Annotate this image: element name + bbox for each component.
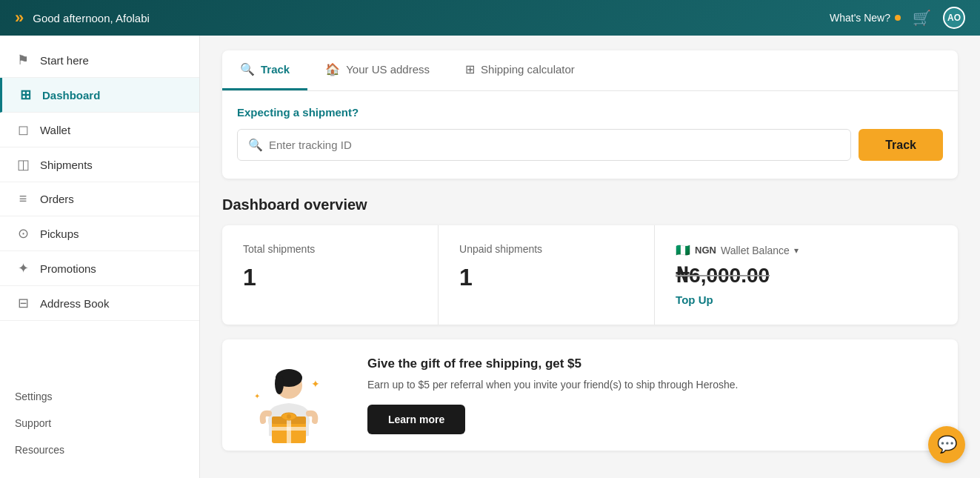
overview-grid: Total shipments 1 Unpaid shipments 1 🇳🇬 … (222, 225, 958, 325)
total-shipments-value: 1 (243, 264, 417, 291)
track-input-row: 🔍 Track (237, 129, 943, 161)
referral-content: Give the gift of free shipping, get $5 E… (356, 342, 958, 449)
sidebar-item-settings[interactable]: Settings (0, 383, 199, 410)
svg-point-9 (287, 414, 291, 419)
sidebar-item-wallet[interactable]: ◻ Wallet (0, 113, 199, 147)
tab-track[interactable]: 🔍 Track (222, 50, 307, 90)
address-book-icon: ⊟ (15, 295, 31, 311)
notification-dot (895, 15, 901, 21)
wallet-chevron-down-icon[interactable]: ▾ (794, 245, 799, 256)
sidebar-footer: Settings Support Resources (0, 376, 199, 471)
shipments-icon: ◫ (15, 156, 31, 173)
chat-icon: 💬 (937, 435, 957, 454)
navbar-greeting: Good afternoon, Afolabi (33, 12, 150, 24)
grid-icon: ⊞ (17, 87, 33, 103)
tab-your-us-address[interactable]: 🏠 Your US address (307, 50, 447, 90)
navbar-left: » Good afternoon, Afolabi (15, 8, 150, 27)
home-icon: 🏠 (325, 62, 340, 76)
sidebar-item-resources[interactable]: Resources (0, 436, 199, 463)
track-card: 🔍 Track 🏠 Your US address ⊞ Shipping cal… (222, 50, 958, 179)
tracking-input[interactable] (269, 130, 840, 160)
svg-point-3 (275, 374, 284, 394)
flag-icon: ⚑ (15, 52, 31, 68)
navbar-right: What's New? 🛒 AO (830, 7, 965, 29)
wallet-balance-value: ₦6,000.00 (676, 263, 937, 288)
unpaid-shipments-cell: Unpaid shipments 1 (439, 225, 655, 325)
wallet-header: 🇳🇬 NGN Wallet Balance ▾ (676, 243, 937, 257)
wallet-balance-label: Wallet Balance (721, 245, 790, 256)
referral-illustration: ✦ ✦ (222, 339, 356, 451)
sidebar-item-start-here[interactable]: ⚑ Start here (0, 43, 199, 78)
sidebar-item-label: Dashboard (42, 89, 100, 102)
sidebar-item-promotions[interactable]: ✦ Promotions (0, 251, 199, 286)
track-tabs: 🔍 Track 🏠 Your US address ⊞ Shipping cal… (222, 50, 958, 91)
pickups-icon: ⊙ (15, 225, 31, 242)
person-gift-svg: ✦ ✦ (241, 347, 337, 443)
avatar[interactable]: AO (943, 7, 965, 29)
sidebar-item-pickups[interactable]: ⊙ Pickups (0, 216, 199, 251)
shipping-calc-tab-label: Shipping calculator (481, 63, 575, 76)
sidebar-item-label: Start here (40, 54, 89, 67)
referral-title: Give the gift of free shipping, get $5 (367, 356, 946, 371)
wallet-icon: ◻ (15, 122, 31, 138)
navbar: » Good afternoon, Afolabi What's New? 🛒 … (0, 0, 980, 36)
referral-banner: ✦ ✦ Give the gift of free shipping, get … (222, 339, 958, 451)
track-button[interactable]: Track (859, 129, 943, 161)
orders-icon: ≡ (15, 191, 31, 207)
track-tab-label: Track (261, 63, 290, 76)
main-layout: ⚑ Start here ⊞ Dashboard ◻ Wallet ◫ Ship… (0, 36, 980, 478)
search-icon: 🔍 (240, 62, 255, 76)
calculator-icon: ⊞ (465, 62, 475, 76)
sidebar-item-label: Address Book (40, 297, 109, 310)
referral-description: Earn up to $5 per referral when you invi… (367, 377, 946, 393)
whats-new-label: What's New? (830, 12, 890, 24)
sidebar: ⚑ Start here ⊞ Dashboard ◻ Wallet ◫ Ship… (0, 36, 200, 478)
svg-text:✦: ✦ (254, 392, 260, 400)
cart-icon[interactable]: 🛒 (913, 9, 931, 27)
navbar-logo: » (15, 8, 24, 27)
tab-shipping-calculator[interactable]: ⊞ Shipping calculator (447, 50, 593, 90)
tracking-input-wrapper: 🔍 (237, 129, 851, 161)
track-body: Expecting a shipment? 🔍 Track (222, 91, 958, 179)
unpaid-shipments-label: Unpaid shipments (459, 243, 633, 255)
svg-text:✦: ✦ (311, 378, 320, 390)
sidebar-item-label: Wallet (40, 124, 70, 136)
sidebar-item-label: Pickups (40, 228, 79, 240)
sidebar-item-shipments[interactable]: ◫ Shipments (0, 147, 199, 182)
wallet-cell: 🇳🇬 NGN Wallet Balance ▾ ₦6,000.00 Top Up (655, 225, 958, 325)
sidebar-item-label: Orders (40, 193, 74, 205)
top-up-button[interactable]: Top Up (676, 293, 713, 306)
learn-more-button[interactable]: Learn more (367, 405, 465, 434)
dashboard-overview-title: Dashboard overview (222, 196, 958, 213)
svg-rect-7 (272, 427, 306, 431)
unpaid-shipments-value: 1 (459, 264, 633, 291)
expecting-label: Expecting a shipment? (237, 106, 943, 119)
chat-bubble-button[interactable]: 💬 (928, 426, 965, 463)
ng-flag-icon: 🇳🇬 (676, 243, 690, 257)
sidebar-item-label: Shipments (40, 159, 93, 171)
sidebar-item-orders[interactable]: ≡ Orders (0, 182, 199, 216)
total-shipments-label: Total shipments (243, 243, 417, 255)
sidebar-item-address-book[interactable]: ⊟ Address Book (0, 286, 199, 321)
us-address-tab-label: Your US address (346, 63, 430, 76)
main-content: 🔍 Track 🏠 Your US address ⊞ Shipping cal… (200, 36, 980, 478)
whats-new-button[interactable]: What's New? (830, 12, 901, 24)
sidebar-item-support[interactable]: Support (0, 410, 199, 436)
star-icon: ✦ (15, 260, 31, 276)
sidebar-item-dashboard[interactable]: ⊞ Dashboard (0, 78, 199, 113)
sidebar-item-label: Promotions (40, 262, 96, 275)
total-shipments-cell: Total shipments 1 (222, 225, 439, 325)
wallet-currency-code: NGN (695, 245, 716, 256)
tracking-search-icon: 🔍 (248, 138, 263, 152)
